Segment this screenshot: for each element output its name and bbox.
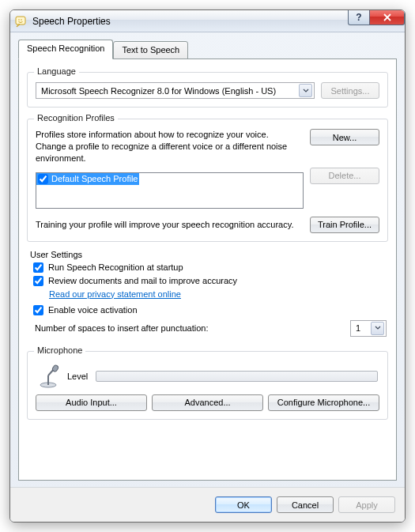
language-group: Language Microsoft Speech Recognizer 8.0… — [27, 72, 388, 108]
tab-text-to-speech[interactable]: Text to Speech — [113, 41, 188, 59]
settings-button: Settings... — [321, 82, 379, 99]
tab-label: Text to Speech — [122, 45, 179, 55]
client-area: Speech Recognition Text to Speech Langua… — [10, 32, 405, 487]
delete-profile-button: Delete... — [310, 168, 379, 184]
apply-button: Apply — [338, 496, 395, 513]
help-icon: ? — [356, 12, 361, 23]
spaces-value: 1 — [356, 323, 360, 333]
microphone-legend: Microphone — [34, 345, 85, 355]
profile-checkbox[interactable] — [38, 174, 48, 184]
tab-panel: Language Microsoft Speech Recognizer 8.0… — [18, 58, 397, 481]
cancel-button[interactable]: Cancel — [277, 496, 334, 513]
microphone-icon — [37, 364, 59, 388]
help-button[interactable]: ? — [348, 10, 370, 25]
recognizer-combo[interactable]: Microsoft Speech Recognizer 8.0 for Wind… — [36, 82, 315, 99]
privacy-link[interactable]: Read our privacy statement online — [49, 289, 388, 299]
close-button[interactable] — [370, 10, 405, 25]
enable-voice-label: Enable voice activation — [48, 305, 138, 315]
speech-properties-window: Speech Properties ? Speech Recognition T… — [9, 9, 406, 523]
user-settings-legend: User Settings — [30, 250, 388, 259]
titlebar: Speech Properties ? — [10, 10, 405, 32]
user-settings-section: User Settings Run Speech Recognition at … — [27, 248, 388, 337]
level-meter — [96, 371, 378, 382]
svg-point-1 — [18, 19, 20, 21]
new-profile-button[interactable]: New... — [310, 129, 379, 145]
recognition-profiles-group: Recognition Profiles Profiles store info… — [27, 119, 388, 242]
review-docs-checkbox[interactable] — [33, 276, 43, 286]
spaces-label: Number of spaces to insert after punctua… — [35, 323, 209, 333]
level-label: Level — [67, 372, 88, 381]
speech-app-icon — [15, 15, 28, 28]
svg-rect-0 — [16, 17, 25, 25]
profile-label: Default Speech Profile — [51, 174, 138, 183]
language-legend: Language — [34, 66, 79, 76]
tab-label: Speech Recognition — [27, 43, 104, 53]
review-docs-label: Review documents and mail to improve acc… — [48, 276, 237, 285]
recognizer-value: Microsoft Speech Recognizer 8.0 for Wind… — [41, 86, 276, 96]
close-icon — [383, 13, 392, 21]
chevron-down-icon — [299, 84, 312, 97]
microphone-group: Microphone Level Audi — [27, 351, 388, 420]
train-profile-button[interactable]: Train Profile... — [310, 217, 379, 233]
chevron-down-icon — [371, 322, 384, 335]
enable-voice-checkbox[interactable] — [33, 305, 43, 315]
configure-microphone-button[interactable]: Configure Microphone... — [268, 394, 379, 411]
run-at-startup-label: Run Speech Recognition at startup — [48, 262, 183, 272]
profile-item[interactable]: Default Speech Profile — [36, 173, 139, 185]
dialog-footer: OK Cancel Apply — [10, 487, 405, 522]
window-controls: ? — [348, 10, 405, 25]
run-at-startup-checkbox[interactable] — [33, 262, 43, 273]
tabs: Speech Recognition Text to Speech — [18, 39, 397, 58]
svg-point-2 — [21, 19, 22, 21]
profiles-description: Profiles store information about how to … — [36, 129, 304, 164]
window-title: Speech Properties — [32, 16, 111, 27]
tab-speech-recognition[interactable]: Speech Recognition — [18, 40, 113, 59]
audio-input-button[interactable]: Audio Input... — [36, 394, 147, 411]
training-text: Training your profile will improve your … — [36, 219, 304, 231]
profiles-list[interactable]: Default Speech Profile — [36, 172, 304, 209]
ok-button[interactable]: OK — [215, 496, 272, 513]
spaces-combo[interactable]: 1 — [350, 320, 387, 337]
advanced-button[interactable]: Advanced... — [152, 394, 263, 411]
recognition-profiles-legend: Recognition Profiles — [34, 113, 118, 123]
